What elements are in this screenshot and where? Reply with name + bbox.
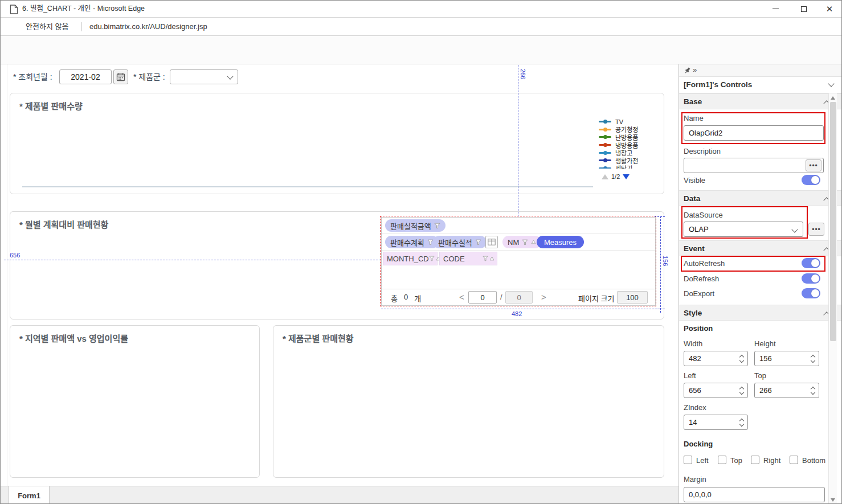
legend-page-up-icon[interactable]: [602, 174, 608, 179]
doexport-label: DoExport: [684, 289, 714, 298]
spinner-arrows-icon[interactable]: [740, 419, 743, 426]
pill-sales-plan[interactable]: 판매수계획: [385, 236, 439, 248]
section-header-style[interactable]: Style: [679, 305, 842, 321]
grid-footer: 총 0 개 < / > 페이지 크기: [382, 289, 655, 305]
controls-panel-header[interactable]: [Form1]'s Controls: [679, 77, 842, 93]
pill-sales-actual[interactable]: 판매수실적: [433, 236, 487, 248]
left-value: 656: [689, 386, 701, 395]
tab-form1[interactable]: Form1: [9, 486, 50, 504]
page-total-input: [505, 291, 533, 304]
calendar-button[interactable]: [113, 69, 128, 84]
legend-page-down-icon[interactable]: [623, 174, 630, 179]
height-spinner[interactable]: 156: [754, 351, 819, 366]
legend-label: 세탁기: [615, 163, 632, 169]
zindex-spinner[interactable]: 14: [684, 415, 748, 430]
top-spinner[interactable]: 266: [754, 383, 819, 398]
cell-label: CODE: [443, 255, 465, 263]
guide-line-width: [381, 309, 663, 309]
collapse-panel-icon[interactable]: »: [693, 65, 697, 74]
name-input[interactable]: [684, 125, 824, 141]
section-title: Data: [684, 194, 700, 203]
dorefresh-toggle[interactable]: [802, 273, 820, 284]
spinner-arrows-icon[interactable]: [740, 387, 743, 394]
design-canvas: * 조회년월 : * 제품군 : * 제품별 판매수량 TV 공기청정 난방용품…: [1, 64, 678, 486]
dock-left-label: Left: [696, 456, 709, 465]
product-select[interactable]: [170, 69, 238, 84]
panel-title: * 제품별 판매수량: [19, 100, 83, 112]
grid-cell-code[interactable]: CODE: [439, 252, 497, 265]
pill-nm[interactable]: NM: [502, 236, 541, 248]
prev-page-button[interactable]: <: [459, 292, 464, 302]
maximize-button[interactable]: [791, 1, 817, 17]
width-label: Width: [684, 339, 702, 349]
close-button[interactable]: ✕: [816, 1, 842, 17]
olap-grid-component[interactable]: 판매실적금액 판매수계획 판매수실적 NM: [381, 217, 656, 306]
spinner-arrows-icon[interactable]: [740, 355, 743, 362]
form-boundary: [7, 64, 7, 486]
description-input[interactable]: [684, 158, 824, 173]
pin-icon[interactable]: [684, 67, 691, 75]
guide-label-height: 156: [662, 256, 669, 266]
pill-label: 판매수계획: [390, 237, 424, 248]
grid-layout-button[interactable]: [485, 236, 498, 248]
autorefresh-label: AutoRefresh: [684, 259, 725, 268]
legend-marker: [599, 152, 611, 154]
calendar-icon: [116, 72, 125, 81]
legend-item[interactable]: 냉방용품: [599, 141, 670, 149]
pill-measures[interactable]: Measures: [537, 236, 584, 248]
page-current-input[interactable]: [468, 291, 497, 304]
zindex-label: ZIndex: [684, 403, 706, 412]
grid-cell-month-cd[interactable]: MONTH_CD: [383, 252, 438, 265]
dock-bottom-checkbox[interactable]: [790, 456, 798, 464]
guide-label-top: 266: [520, 69, 526, 79]
spinner-arrows-icon[interactable]: [811, 355, 815, 362]
product-select-value: [170, 72, 175, 81]
table-layout-icon: [488, 239, 496, 245]
pill-sales-amount[interactable]: 판매실적금액: [385, 219, 445, 232]
legend-marker: [599, 121, 611, 122]
chart-panel-region-sales: * 지역별 판매액 vs 영업이익률: [10, 325, 260, 478]
next-page-button[interactable]: >: [541, 292, 546, 302]
panel-title: * 월별 계획대비 판매현황: [19, 218, 108, 230]
width-spinner[interactable]: 482: [684, 351, 748, 366]
section-header-event[interactable]: Event: [679, 240, 842, 256]
datasource-select[interactable]: OLAP: [684, 222, 803, 237]
legend-marker: [599, 136, 611, 138]
pill-label: Measures: [544, 238, 577, 247]
scroll-down-icon[interactable]: [831, 498, 835, 502]
autorefresh-toggle[interactable]: [802, 258, 820, 268]
scrollbar-thumb[interactable]: [830, 102, 836, 341]
section-header-data[interactable]: Data: [679, 190, 842, 206]
total-count: 0: [404, 293, 408, 304]
total-label: 총: [391, 293, 398, 304]
legend-item[interactable]: 생활가전: [599, 157, 670, 165]
date-input[interactable]: [59, 69, 112, 84]
datasource-more-button[interactable]: •••: [808, 223, 824, 236]
doexport-toggle[interactable]: [802, 288, 820, 298]
page-size-input[interactable]: [617, 291, 648, 304]
description-more-button[interactable]: •••: [806, 159, 821, 171]
url-text[interactable]: edu.bimatrix.co.kr/AUD/designer.jsp: [89, 18, 207, 35]
section-header-base[interactable]: Base: [679, 93, 842, 109]
controls-panel-title: [Form1]'s Controls: [684, 80, 752, 89]
inspector-scrollbar[interactable]: [828, 93, 837, 504]
grid-column-row: 판매수계획 판매수실적 NM Measures: [382, 234, 655, 251]
inspector-sidebar: » [Form1]'s Controls Base Name Descripti…: [678, 64, 842, 504]
sort-icon: [531, 240, 536, 244]
margin-input[interactable]: [684, 487, 825, 502]
spinner-arrows-icon[interactable]: [811, 387, 815, 394]
section-title: Event: [684, 244, 705, 253]
dock-top-checkbox[interactable]: [718, 456, 726, 464]
guide-label-left: 656: [10, 252, 20, 259]
left-spinner[interactable]: 656: [684, 383, 748, 398]
scroll-up-icon[interactable]: [831, 96, 835, 100]
pill-label: 판매실적금액: [390, 220, 431, 231]
dock-left-checkbox[interactable]: [684, 456, 692, 464]
description-label: Description: [684, 147, 721, 156]
minimize-button[interactable]: [762, 1, 788, 17]
dock-right-checkbox[interactable]: [751, 456, 759, 464]
visible-toggle[interactable]: [802, 175, 820, 185]
date-filter-label: * 조회년월 :: [13, 69, 52, 84]
address-bar[interactable]: 안전하지 않음 edu.bimatrix.co.kr/AUD/designer.…: [1, 18, 841, 36]
datasource-label: DataSource: [684, 211, 723, 220]
